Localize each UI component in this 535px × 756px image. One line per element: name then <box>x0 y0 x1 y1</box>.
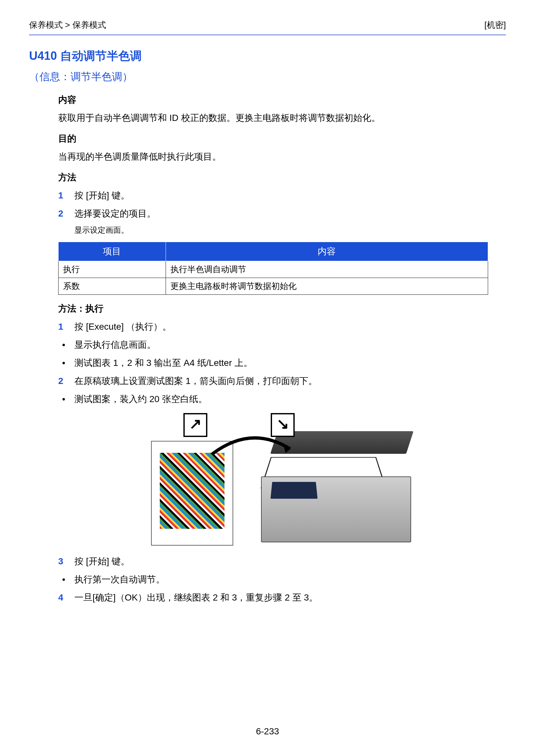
exec-step-4: 一旦[确定]（OK）出现，继续图表 2 和 3，重复步骤 2 至 3。 <box>58 591 506 605</box>
confidential-label: [机密] <box>485 19 506 31</box>
arrow-down-right-icon <box>271 413 295 437</box>
items-table: 项目 内容 执行 执行半色调自动调节 系数 更换主电路板时将调节数据初始化 <box>58 242 488 295</box>
page: 保养模式 > 保养模式 [机密] U410 自动调节半色调 （信息：调节半色调）… <box>0 0 535 756</box>
table-row: 执行 执行半色调自动调节 <box>59 261 488 278</box>
table-row: 系数 更换主电路板时将调节数据初始化 <box>59 278 488 295</box>
heading-purpose: 目的 <box>58 132 506 145</box>
heading-method: 方法 <box>58 171 506 184</box>
exec-step-3-b1: 执行第一次自动调节。 <box>58 573 506 586</box>
exec-step-2-b1: 测试图案，装入约 20 张空白纸。 <box>58 392 506 406</box>
exec-step-1-b1: 显示执行信息画面。 <box>58 338 506 352</box>
text-purpose: 当再现的半色调质量降低时执行此项目。 <box>58 150 506 164</box>
method-step-2-sub: 显示设定画面。 <box>74 225 506 235</box>
heading-content: 内容 <box>58 94 506 106</box>
page-header: 保养模式 > 保养模式 [机密] <box>29 19 506 35</box>
arrow-forward-icon <box>183 413 207 437</box>
figure-placement <box>58 412 506 549</box>
breadcrumb: 保养模式 > 保养模式 <box>29 19 106 31</box>
exec-step-1-b2: 测试图表 1，2 和 3 输出至 A4 纸/Letter 上。 <box>58 356 506 370</box>
section-body: 内容 获取用于自动半色调调节和 ID 校正的数据。更换主电路板时将调节数据初始化… <box>58 94 506 605</box>
table-cell: 系数 <box>59 278 166 295</box>
exec-step-3: 按 [开始] 键。 <box>58 554 506 568</box>
method-step-2: 选择要设定的项目。 <box>58 207 506 220</box>
method-step-1: 按 [开始] 键。 <box>58 189 506 202</box>
exec-steps: 按 [Execute] （执行）。 显示执行信息画面。 测试图表 1，2 和 3… <box>58 320 506 406</box>
test-pattern-icon <box>160 453 224 529</box>
table-header-desc: 内容 <box>166 242 488 261</box>
heading-method-execute: 方法：执行 <box>58 303 506 315</box>
section-title-main: U410 自动调节半色调 <box>29 48 506 64</box>
table-cell: 执行 <box>59 261 166 278</box>
table-header-item: 项目 <box>59 242 166 261</box>
exec-step-2: 在原稿玻璃上设置测试图案 1，箭头面向后侧，打印面朝下。 <box>58 374 506 388</box>
exec-steps-cont: 按 [开始] 键。 执行第一次自动调节。 一旦[确定]（OK）出现，继续图表 2… <box>58 554 506 605</box>
method-steps: 按 [开始] 键。 选择要设定的项目。 <box>58 189 506 220</box>
table-cell: 更换主电路板时将调节数据初始化 <box>166 278 488 295</box>
section-title-sub: （信息：调节半色调） <box>29 70 506 84</box>
exec-step-1: 按 [Execute] （执行）。 <box>58 320 506 334</box>
page-number: 6-233 <box>29 726 506 737</box>
text-content: 获取用于自动半色调调节和 ID 校正的数据。更换主电路板时将调节数据初始化。 <box>58 111 506 125</box>
table-cell: 执行半色调自动调节 <box>166 261 488 278</box>
